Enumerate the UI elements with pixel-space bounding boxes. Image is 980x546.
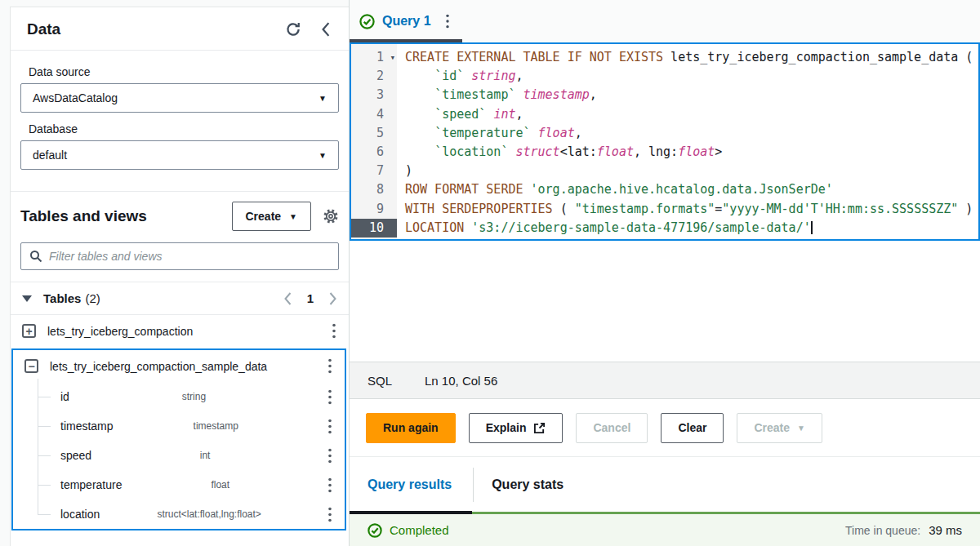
editor-status-bar: SQL Ln 10, Col 56	[350, 362, 980, 399]
run-again-button[interactable]: Run again	[366, 413, 456, 443]
database-select[interactable]: default ▼	[20, 140, 339, 170]
data-panel-header: Data	[11, 7, 349, 51]
explain-button[interactable]: Explain	[469, 413, 564, 443]
column-name: id	[60, 390, 69, 403]
column-row[interactable]: speedint	[13, 441, 345, 470]
page-number: 1	[307, 291, 314, 305]
tables-views-title: Tables and views	[20, 207, 232, 225]
kebab-menu-icon[interactable]	[325, 389, 335, 405]
page-prev-icon[interactable]	[283, 292, 292, 305]
clear-button[interactable]: Clear	[661, 413, 724, 443]
run-again-label: Run again	[383, 421, 439, 434]
data-source-label: Data source	[29, 65, 339, 78]
refresh-icon[interactable]	[285, 21, 301, 38]
column-name: speed	[60, 449, 91, 462]
editor-code[interactable]: CREATE EXTERNAL TABLE IF NOT EXISTS lets…	[397, 44, 978, 239]
column-name: timestamp	[60, 419, 114, 433]
queue-time-label: Time in queue:	[845, 524, 920, 537]
line-number: 6	[351, 143, 397, 162]
sql-editor[interactable]: 1▾2345678910 CREATE EXTERNAL TABLE IF NO…	[350, 42, 980, 241]
tab-query-stats[interactable]: Query stats	[474, 477, 585, 492]
kebab-menu-icon[interactable]	[325, 448, 335, 464]
line-number: 3	[351, 86, 397, 104]
query-tab-label: Query 1	[382, 14, 431, 29]
external-link-icon	[533, 422, 546, 434]
clear-label: Clear	[678, 421, 706, 434]
table-row[interactable]: + lets_try_iceberg_compaction	[11, 315, 349, 347]
tables-section-bar: Tables (2) 1	[11, 282, 349, 315]
create-button-label: Create	[246, 210, 282, 223]
table-row[interactable]: − lets_try_iceberg_compaction_sample_dat…	[13, 350, 345, 382]
code-line[interactable]: CREATE EXTERNAL TABLE IF NOT EXISTS lets…	[405, 48, 978, 67]
column-row[interactable]: temperaturefloat	[13, 470, 345, 499]
column-type: string	[182, 391, 212, 402]
query-tab[interactable]: Query 1	[350, 14, 441, 29]
query-tab-kebab-icon[interactable]	[443, 14, 452, 29]
query-editor-main: Query 1 1▾2345678910 CREATE EXTERNAL TAB…	[350, 0, 980, 546]
line-number: 8	[351, 180, 397, 199]
database-value: default	[33, 149, 67, 162]
athena-query-editor: Data Data source AwsDataCatalog	[0, 0, 980, 546]
filter-field	[20, 242, 339, 270]
code-line[interactable]: WITH SERDEPROPERTIES ( "timestamp.format…	[405, 200, 978, 219]
column-row[interactable]: timestamptimestamp	[13, 411, 345, 441]
query-success-icon	[359, 14, 375, 29]
data-source-value: AwsDataCatalog	[33, 91, 118, 104]
gear-icon[interactable]	[323, 208, 339, 224]
code-line[interactable]: )	[405, 162, 978, 180]
selected-table-group: − lets_try_iceberg_compaction_sample_dat…	[11, 348, 346, 530]
chevron-down-icon: ▼	[318, 94, 327, 103]
kebab-menu-icon[interactable]	[325, 358, 335, 374]
column-type: int	[200, 450, 217, 461]
chevron-down-icon: ▼	[797, 424, 805, 433]
code-line[interactable]: `timestamp` timestamp,	[405, 86, 978, 104]
editor-gutter: 1▾2345678910	[351, 44, 397, 239]
tables-count: (2)	[85, 291, 100, 305]
code-line[interactable]: LOCATION 's3://iceberg-sample-data-47719…	[405, 219, 978, 237]
search-icon	[29, 250, 42, 263]
code-line[interactable]: `speed` int,	[405, 105, 978, 124]
line-number: 4	[351, 105, 397, 124]
page-next-icon[interactable]	[328, 292, 337, 305]
line-number: 7	[351, 162, 397, 180]
kebab-menu-icon[interactable]	[325, 477, 335, 493]
code-line[interactable]: `location` struct<lat:float, lng:float>	[405, 143, 978, 162]
kebab-menu-icon[interactable]	[325, 507, 335, 522]
cursor-position: Ln 10, Col 56	[425, 374, 497, 388]
create-query-button[interactable]: Create ▼	[737, 413, 822, 443]
completion-status-bar: Completed Time in queue: 39 ms	[350, 512, 980, 546]
chevron-down-icon: ▼	[318, 151, 327, 160]
line-number: 2	[351, 67, 397, 86]
kebab-menu-icon[interactable]	[329, 323, 339, 339]
fold-caret-icon[interactable]: ▾	[390, 48, 395, 67]
completed-check-icon	[368, 523, 382, 538]
column-name: location	[60, 508, 100, 521]
filter-input[interactable]	[49, 250, 330, 263]
expand-plus-icon[interactable]: +	[22, 324, 36, 338]
line-number: 9	[351, 200, 397, 219]
collapse-panel-icon[interactable]	[319, 22, 332, 37]
code-line[interactable]: `id` string,	[405, 67, 978, 86]
query-tab-bar: Query 1	[350, 0, 980, 42]
section-caret-icon[interactable]	[22, 295, 32, 302]
table-name: lets_try_iceberg_compaction_sample_data	[50, 360, 325, 373]
data-panel: Data Data source AwsDataCatalog	[10, 7, 349, 546]
line-number: 10	[351, 219, 397, 237]
collapse-minus-icon[interactable]: −	[24, 359, 38, 373]
data-source-select[interactable]: AwsDataCatalog ▼	[20, 83, 339, 113]
table-name: lets_try_iceberg_compaction	[47, 325, 329, 338]
column-row[interactable]: locationstruct<lat:float,lng:float>	[13, 499, 345, 529]
column-row[interactable]: idstring	[13, 382, 345, 411]
code-line[interactable]: `temperature` float,	[405, 124, 978, 143]
create-button[interactable]: Create ▼	[232, 202, 312, 231]
status-badge: Completed	[390, 523, 449, 537]
tab-query-results[interactable]: Query results	[350, 477, 473, 492]
active-tab-underline	[350, 39, 462, 42]
column-type: struct<lat:float,lng:float>	[157, 508, 267, 520]
tables-pagination: 1	[283, 291, 337, 305]
kebab-menu-icon[interactable]	[325, 419, 335, 434]
cancel-button[interactable]: Cancel	[576, 413, 648, 443]
queue-time-value: 39 ms	[929, 523, 962, 537]
panel-title: Data	[27, 20, 267, 38]
code-line[interactable]: ROW FORMAT SERDE 'org.apache.hive.hcatal…	[405, 180, 978, 199]
